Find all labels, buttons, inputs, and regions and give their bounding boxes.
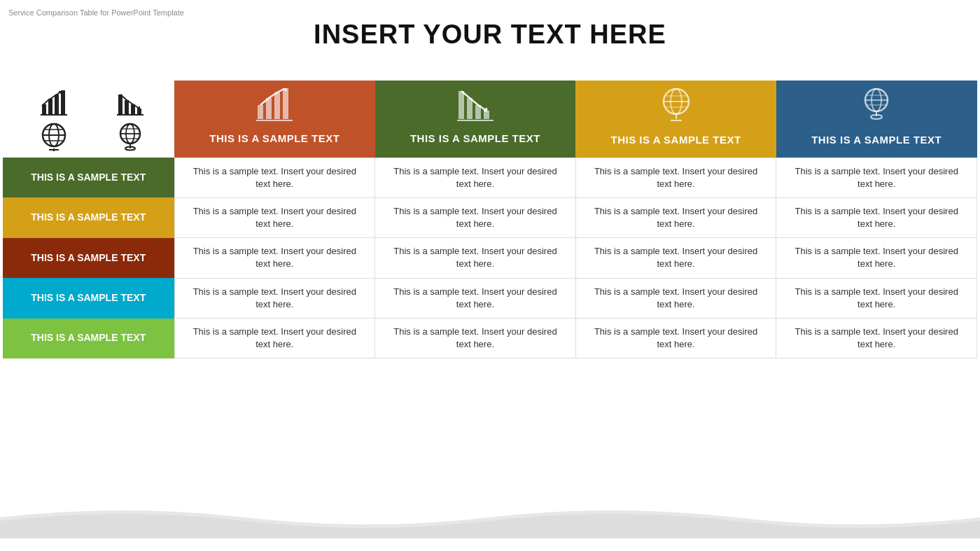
svg-rect-32 (484, 111, 489, 119)
data-cell-r2-c2: This is a sample text. Insert your desir… (375, 197, 576, 237)
data-cell-r2-c1: This is a sample text. Insert your desir… (174, 197, 375, 237)
col4-icon (780, 87, 973, 130)
svg-point-47 (871, 115, 882, 119)
svg-rect-25 (266, 98, 272, 119)
col3-icon (580, 87, 772, 130)
svg-rect-6 (125, 100, 129, 114)
data-cell-r3-c1: This is a sample text. Insert your desir… (174, 238, 375, 278)
data-cell-r1-c2: This is a sample text. Insert your desir… (375, 158, 576, 197)
table-row: THIS IS A SAMPLE TEXTThis is a sample te… (3, 319, 977, 358)
wave-decoration (0, 500, 980, 538)
data-cell-r3-c3: This is a sample text. Insert your desir… (575, 238, 776, 278)
col3-header-text: THIS IS A SAMPLE TEXT (580, 134, 772, 146)
data-cell-r5-c1: This is a sample text. Insert your desir… (174, 319, 375, 358)
svg-rect-2 (55, 95, 59, 114)
col1-icon (178, 88, 371, 128)
col2-header-text: THIS IS A SAMPLE TEXT (379, 132, 572, 145)
data-cell-r4-c2: This is a sample text. Insert your desir… (375, 278, 576, 318)
table-row: THIS IS A SAMPLE TEXTThis is a sample te… (3, 278, 977, 318)
row-header-3: THIS IS A SAMPLE TEXT (3, 238, 174, 278)
data-cell-r5-c3: This is a sample text. Insert your desir… (575, 319, 776, 358)
bar-chart-up-icon (17, 88, 91, 118)
col-header-3: THIS IS A SAMPLE TEXT (575, 81, 776, 158)
col-header-1: THIS IS A SAMPLE TEXT (174, 81, 375, 158)
svg-rect-3 (61, 90, 65, 114)
col-header-4: THIS IS A SAMPLE TEXT (776, 81, 977, 158)
data-cell-r3-c4: This is a sample text. Insert your desir… (776, 238, 977, 278)
col2-icon (379, 88, 572, 128)
svg-rect-29 (458, 91, 464, 119)
svg-rect-1 (48, 99, 52, 114)
table-row: THIS IS A SAMPLE TEXTThis is a sample te… (3, 158, 977, 197)
data-cell-r5-c2: This is a sample text. Insert your desir… (375, 319, 576, 358)
bar-chart-down-icon (94, 88, 168, 118)
data-cell-r4-c1: This is a sample text. Insert your desir… (174, 278, 375, 318)
data-cell-r1-c1: This is a sample text. Insert your desir… (174, 158, 375, 197)
col-header-2: THIS IS A SAMPLE TEXT (375, 81, 576, 158)
table-row: THIS IS A SAMPLE TEXTThis is a sample te… (3, 197, 977, 237)
table-wrapper: THIS IS A SAMPLE TEXT (0, 81, 980, 358)
data-cell-r2-c3: This is a sample text. Insert your desir… (575, 197, 776, 237)
row-header-4: THIS IS A SAMPLE TEXT (3, 278, 174, 318)
col1-header-text: THIS IS A SAMPLE TEXT (178, 132, 371, 145)
data-cell-r2-c4: This is a sample text. Insert your desir… (776, 197, 977, 237)
data-cell-r5-c4: This is a sample text. Insert your desir… (776, 319, 977, 358)
svg-rect-27 (283, 88, 288, 119)
data-cell-r3-c2: This is a sample text. Insert your desir… (375, 238, 576, 278)
data-cell-r1-c3: This is a sample text. Insert your desir… (575, 158, 776, 197)
col4-header-text: THIS IS A SAMPLE TEXT (780, 134, 973, 146)
comparison-table: THIS IS A SAMPLE TEXT (3, 81, 977, 358)
row-header-2: THIS IS A SAMPLE TEXT (3, 197, 174, 237)
svg-rect-30 (467, 98, 472, 119)
template-label: Service Comparison Table for PowerPoint … (8, 8, 184, 17)
svg-rect-24 (258, 105, 263, 119)
data-cell-r4-c3: This is a sample text. Insert your desir… (575, 278, 776, 318)
svg-rect-26 (274, 92, 280, 119)
globe-stand-icon (94, 121, 168, 152)
icon-cell (3, 81, 174, 158)
globe-flat-icon (17, 121, 91, 152)
data-cell-r1-c4: This is a sample text. Insert your desir… (776, 158, 977, 197)
table-row: THIS IS A SAMPLE TEXTThis is a sample te… (3, 238, 977, 278)
svg-rect-5 (118, 95, 122, 114)
icons-grid (10, 88, 167, 152)
data-cell-r4-c4: This is a sample text. Insert your desir… (776, 278, 977, 318)
svg-rect-8 (137, 109, 141, 114)
row-header-5: THIS IS A SAMPLE TEXT (3, 319, 174, 358)
row-header-1: THIS IS A SAMPLE TEXT (3, 158, 174, 197)
